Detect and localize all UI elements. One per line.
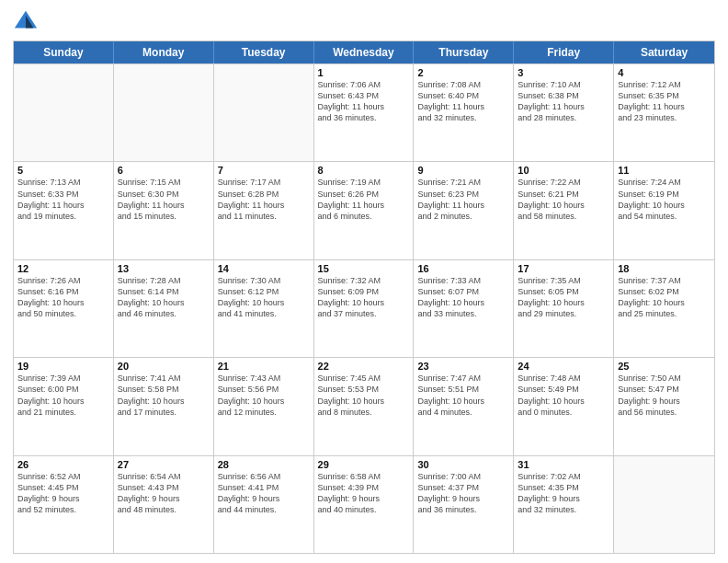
calendar-cell: 11Sunrise: 7:24 AM Sunset: 6:19 PM Dayli… — [614, 162, 714, 259]
calendar-cell: 22Sunrise: 7:45 AM Sunset: 5:53 PM Dayli… — [314, 358, 415, 454]
calendar-cell: 28Sunrise: 6:56 AM Sunset: 4:41 PM Dayli… — [214, 456, 314, 553]
cell-day-number: 22 — [318, 361, 410, 372]
calendar-cell: 4Sunrise: 7:12 AM Sunset: 6:35 PM Daylig… — [614, 64, 714, 161]
cell-day-info: Sunrise: 7:12 AM Sunset: 6:35 PM Dayligh… — [618, 79, 711, 124]
cell-day-number: 27 — [118, 459, 210, 470]
cell-day-info: Sunrise: 7:28 AM Sunset: 6:14 PM Dayligh… — [118, 275, 210, 320]
calendar-cell — [114, 64, 214, 161]
cell-day-number: 18 — [618, 263, 711, 274]
cell-day-number: 2 — [417, 67, 509, 78]
calendar-cell: 1Sunrise: 7:06 AM Sunset: 6:43 PM Daylig… — [314, 64, 415, 161]
cell-day-number: 7 — [218, 165, 310, 176]
calendar-cell: 6Sunrise: 7:15 AM Sunset: 6:30 PM Daylig… — [114, 162, 214, 259]
calendar-cell: 17Sunrise: 7:35 AM Sunset: 6:05 PM Dayli… — [514, 260, 614, 357]
cell-day-number: 3 — [518, 67, 609, 78]
cell-day-number: 16 — [417, 263, 509, 274]
cell-day-number: 24 — [518, 361, 609, 372]
cell-day-number: 20 — [118, 361, 210, 372]
cell-day-number: 19 — [17, 361, 109, 372]
calendar-header: SundayMondayTuesdayWednesdayThursdayFrid… — [14, 41, 714, 63]
calendar-row: 1Sunrise: 7:06 AM Sunset: 6:43 PM Daylig… — [14, 63, 714, 161]
weekday-header: Wednesday — [314, 41, 415, 63]
calendar-cell — [14, 64, 114, 161]
cell-day-info: Sunrise: 7:00 AM Sunset: 4:37 PM Dayligh… — [417, 471, 509, 516]
logo-icon — [13, 9, 39, 35]
logo — [13, 9, 42, 35]
cell-day-number: 15 — [318, 263, 410, 274]
weekday-header: Sunday — [14, 41, 114, 63]
calendar-cell: 14Sunrise: 7:30 AM Sunset: 6:12 PM Dayli… — [214, 260, 314, 357]
cell-day-info: Sunrise: 7:08 AM Sunset: 6:40 PM Dayligh… — [417, 79, 509, 124]
calendar-cell — [614, 456, 714, 553]
cell-day-number: 28 — [218, 459, 310, 470]
cell-day-info: Sunrise: 7:10 AM Sunset: 6:38 PM Dayligh… — [518, 79, 609, 124]
calendar-cell: 18Sunrise: 7:37 AM Sunset: 6:02 PM Dayli… — [614, 260, 714, 357]
calendar-cell: 19Sunrise: 7:39 AM Sunset: 6:00 PM Dayli… — [14, 358, 114, 454]
cell-day-info: Sunrise: 7:47 AM Sunset: 5:51 PM Dayligh… — [417, 373, 509, 418]
cell-day-number: 25 — [618, 361, 711, 372]
cell-day-info: Sunrise: 6:56 AM Sunset: 4:41 PM Dayligh… — [218, 471, 310, 516]
cell-day-info: Sunrise: 7:39 AM Sunset: 6:00 PM Dayligh… — [17, 373, 109, 418]
cell-day-info: Sunrise: 7:43 AM Sunset: 5:56 PM Dayligh… — [218, 373, 310, 418]
calendar-cell: 25Sunrise: 7:50 AM Sunset: 5:47 PM Dayli… — [614, 358, 714, 454]
calendar-cell: 5Sunrise: 7:13 AM Sunset: 6:33 PM Daylig… — [14, 162, 114, 259]
cell-day-number: 10 — [518, 165, 609, 176]
calendar-cell: 24Sunrise: 7:48 AM Sunset: 5:49 PM Dayli… — [514, 358, 614, 454]
cell-day-info: Sunrise: 7:32 AM Sunset: 6:09 PM Dayligh… — [318, 275, 410, 320]
calendar-cell: 30Sunrise: 7:00 AM Sunset: 4:37 PM Dayli… — [414, 456, 514, 553]
cell-day-info: Sunrise: 7:37 AM Sunset: 6:02 PM Dayligh… — [618, 275, 711, 320]
cell-day-number: 9 — [417, 165, 509, 176]
calendar-cell: 8Sunrise: 7:19 AM Sunset: 6:26 PM Daylig… — [314, 162, 415, 259]
calendar-cell: 21Sunrise: 7:43 AM Sunset: 5:56 PM Dayli… — [214, 358, 314, 454]
calendar-cell: 27Sunrise: 6:54 AM Sunset: 4:43 PM Dayli… — [114, 456, 214, 553]
calendar-cell: 2Sunrise: 7:08 AM Sunset: 6:40 PM Daylig… — [414, 64, 514, 161]
calendar-cell: 15Sunrise: 7:32 AM Sunset: 6:09 PM Dayli… — [314, 260, 415, 357]
cell-day-number: 6 — [118, 165, 210, 176]
cell-day-number: 31 — [518, 459, 609, 470]
calendar-cell: 12Sunrise: 7:26 AM Sunset: 6:16 PM Dayli… — [14, 260, 114, 357]
cell-day-info: Sunrise: 7:15 AM Sunset: 6:30 PM Dayligh… — [118, 177, 210, 222]
weekday-header: Tuesday — [214, 41, 314, 63]
cell-day-info: Sunrise: 7:06 AM Sunset: 6:43 PM Dayligh… — [318, 79, 410, 124]
cell-day-info: Sunrise: 6:52 AM Sunset: 4:45 PM Dayligh… — [17, 471, 109, 516]
cell-day-number: 26 — [17, 459, 109, 470]
cell-day-info: Sunrise: 7:02 AM Sunset: 4:35 PM Dayligh… — [518, 471, 609, 516]
calendar-cell: 13Sunrise: 7:28 AM Sunset: 6:14 PM Dayli… — [114, 260, 214, 357]
calendar-cell: 29Sunrise: 6:58 AM Sunset: 4:39 PM Dayli… — [314, 456, 415, 553]
page: SundayMondayTuesdayWednesdayThursdayFrid… — [0, 0, 728, 563]
cell-day-info: Sunrise: 7:26 AM Sunset: 6:16 PM Dayligh… — [17, 275, 109, 320]
calendar-cell — [214, 64, 314, 161]
calendar-row: 5Sunrise: 7:13 AM Sunset: 6:33 PM Daylig… — [14, 161, 714, 259]
header — [13, 9, 715, 35]
calendar-cell: 20Sunrise: 7:41 AM Sunset: 5:58 PM Dayli… — [114, 358, 214, 454]
cell-day-info: Sunrise: 7:21 AM Sunset: 6:23 PM Dayligh… — [417, 177, 509, 222]
cell-day-info: Sunrise: 7:17 AM Sunset: 6:28 PM Dayligh… — [218, 177, 310, 222]
calendar-cell: 31Sunrise: 7:02 AM Sunset: 4:35 PM Dayli… — [514, 456, 614, 553]
calendar-cell: 16Sunrise: 7:33 AM Sunset: 6:07 PM Dayli… — [414, 260, 514, 357]
cell-day-info: Sunrise: 7:22 AM Sunset: 6:21 PM Dayligh… — [518, 177, 609, 222]
calendar-cell: 3Sunrise: 7:10 AM Sunset: 6:38 PM Daylig… — [514, 64, 614, 161]
cell-day-info: Sunrise: 7:30 AM Sunset: 6:12 PM Dayligh… — [218, 275, 310, 320]
cell-day-number: 8 — [318, 165, 410, 176]
cell-day-number: 5 — [17, 165, 109, 176]
calendar-cell: 10Sunrise: 7:22 AM Sunset: 6:21 PM Dayli… — [514, 162, 614, 259]
weekday-header: Thursday — [414, 41, 514, 63]
weekday-header: Saturday — [614, 41, 714, 63]
calendar-cell: 9Sunrise: 7:21 AM Sunset: 6:23 PM Daylig… — [414, 162, 514, 259]
cell-day-number: 29 — [318, 459, 410, 470]
calendar: SundayMondayTuesdayWednesdayThursdayFrid… — [13, 40, 715, 554]
cell-day-info: Sunrise: 7:19 AM Sunset: 6:26 PM Dayligh… — [318, 177, 410, 222]
calendar-cell: 23Sunrise: 7:47 AM Sunset: 5:51 PM Dayli… — [414, 358, 514, 454]
cell-day-number: 21 — [218, 361, 310, 372]
calendar-cell: 26Sunrise: 6:52 AM Sunset: 4:45 PM Dayli… — [14, 456, 114, 553]
cell-day-info: Sunrise: 7:48 AM Sunset: 5:49 PM Dayligh… — [518, 373, 609, 418]
cell-day-number: 11 — [618, 165, 711, 176]
cell-day-number: 30 — [417, 459, 509, 470]
cell-day-number: 14 — [218, 263, 310, 274]
cell-day-number: 12 — [17, 263, 109, 274]
calendar-body: 1Sunrise: 7:06 AM Sunset: 6:43 PM Daylig… — [14, 63, 714, 553]
cell-day-info: Sunrise: 6:54 AM Sunset: 4:43 PM Dayligh… — [118, 471, 210, 516]
cell-day-number: 23 — [417, 361, 509, 372]
cell-day-number: 13 — [118, 263, 210, 274]
cell-day-info: Sunrise: 7:50 AM Sunset: 5:47 PM Dayligh… — [618, 373, 711, 418]
